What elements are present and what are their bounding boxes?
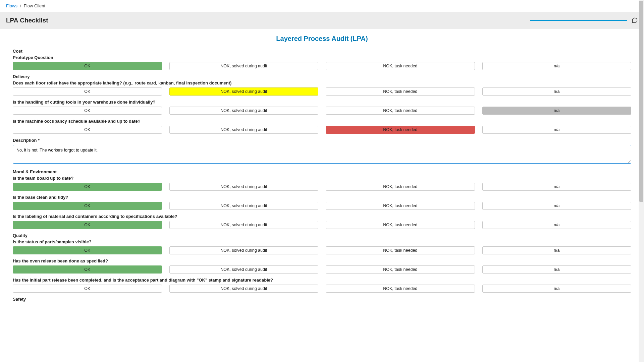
option-ok[interactable]: OK [13, 87, 162, 96]
progress-bar [530, 20, 627, 21]
option-nok-task[interactable]: NOK, task needed [326, 87, 475, 96]
question-label: Is the status of parts/samples visible? [3, 239, 641, 244]
question-label: Is the base clean and tidy? [3, 195, 641, 200]
question-label: Has the oven release been done as specif… [3, 258, 641, 263]
question-label: Does each floor roller have the appropri… [3, 80, 641, 85]
options-row: OKNOK, solved during auditNOK, task need… [3, 87, 641, 96]
question-label: Is the machine occupancy schedule availa… [3, 119, 641, 124]
option-ok[interactable]: OK [13, 126, 162, 134]
options-row: OKNOK, solved during auditNOK, task need… [3, 285, 641, 293]
question-label: Has the initial part release been comple… [3, 278, 641, 283]
comment-icon[interactable] [631, 17, 638, 24]
form-card: Layered Process Audit (LPA) CostPrototyp… [3, 29, 641, 316]
description-textarea[interactable] [13, 145, 631, 164]
option-na[interactable]: n/a [482, 246, 632, 254]
section-title: Moral & Environment [3, 169, 641, 174]
option-ok[interactable]: OK [13, 265, 162, 274]
option-nok-solved[interactable]: NOK, solved during audit [169, 221, 319, 229]
option-nok-task[interactable]: NOK, task needed [326, 265, 475, 274]
options-row: OKNOK, solved during auditNOK, task need… [3, 221, 641, 229]
option-ok[interactable]: OK [13, 285, 162, 293]
options-row: OKNOK, solved during auditNOK, task need… [3, 265, 641, 274]
option-nok-task[interactable]: NOK, task needed [326, 62, 475, 70]
option-nok-solved[interactable]: NOK, solved during audit [169, 183, 319, 191]
breadcrumb-current: Flow Client [24, 3, 45, 8]
question-label: Is the handling of cutting tools in your… [3, 100, 641, 105]
option-na[interactable]: n/a [482, 87, 632, 96]
option-nok-task[interactable]: NOK, task needed [326, 183, 475, 191]
section-title: Cost [3, 49, 641, 54]
option-nok-solved[interactable]: NOK, solved during audit [169, 87, 319, 96]
section-title: Safety [3, 297, 641, 302]
options-row: OKNOK, solved during auditNOK, task need… [3, 246, 641, 254]
form-main-title: Layered Process Audit (LPA) [3, 35, 641, 43]
option-nok-solved[interactable]: NOK, solved during audit [169, 62, 319, 70]
options-row: OKNOK, solved during auditNOK, task need… [3, 183, 641, 191]
options-row: OKNOK, solved during auditNOK, task need… [3, 62, 641, 70]
header-bar: LPA Checklist [0, 12, 644, 29]
option-ok[interactable]: OK [13, 221, 162, 229]
question-label: Is the team board up to date? [3, 176, 641, 181]
breadcrumb-separator: / [20, 3, 21, 8]
options-row: OKNOK, solved during auditNOK, task need… [3, 202, 641, 210]
option-nok-solved[interactable]: NOK, solved during audit [169, 126, 319, 134]
option-nok-task[interactable]: NOK, task needed [326, 107, 475, 115]
option-ok[interactable]: OK [13, 183, 162, 191]
option-ok[interactable]: OK [13, 107, 162, 115]
option-na[interactable]: n/a [482, 62, 632, 70]
breadcrumb: Flows / Flow Client [0, 0, 644, 12]
option-na[interactable]: n/a [482, 265, 632, 274]
option-nok-task[interactable]: NOK, task needed [326, 221, 475, 229]
option-ok[interactable]: OK [13, 62, 162, 70]
option-nok-task[interactable]: NOK, task needed [326, 126, 475, 134]
breadcrumb-root-link[interactable]: Flows [6, 3, 17, 8]
option-na[interactable]: n/a [482, 285, 632, 293]
option-nok-solved[interactable]: NOK, solved during audit [169, 107, 319, 115]
options-row: OKNOK, solved during auditNOK, task need… [3, 107, 641, 115]
option-nok-task[interactable]: NOK, task needed [326, 202, 475, 210]
option-na[interactable]: n/a [482, 126, 632, 134]
question-label: Prototype Question [3, 55, 641, 60]
option-ok[interactable]: OK [13, 202, 162, 210]
option-na[interactable]: n/a [482, 221, 632, 229]
scrollbar-track[interactable] [639, 0, 644, 323]
question-label: Is the labeling of material and containe… [3, 214, 641, 219]
option-nok-task[interactable]: NOK, task needed [326, 285, 475, 293]
option-ok[interactable]: OK [13, 246, 162, 254]
option-nok-solved[interactable]: NOK, solved during audit [169, 246, 319, 254]
section-title: Quality [3, 233, 641, 238]
option-nok-solved[interactable]: NOK, solved during audit [169, 202, 319, 210]
option-na[interactable]: n/a [482, 202, 632, 210]
option-na[interactable]: n/a [482, 107, 632, 115]
page-title: LPA Checklist [6, 17, 48, 24]
option-nok-solved[interactable]: NOK, solved during audit [169, 265, 319, 274]
description-label: Description * [3, 138, 641, 143]
section-title: Delivery [3, 74, 641, 79]
scrollbar-thumb[interactable] [639, 1, 643, 202]
option-nok-task[interactable]: NOK, task needed [326, 246, 475, 254]
option-na[interactable]: n/a [482, 183, 632, 191]
options-row: OKNOK, solved during auditNOK, task need… [3, 126, 641, 134]
option-nok-solved[interactable]: NOK, solved during audit [169, 285, 319, 293]
